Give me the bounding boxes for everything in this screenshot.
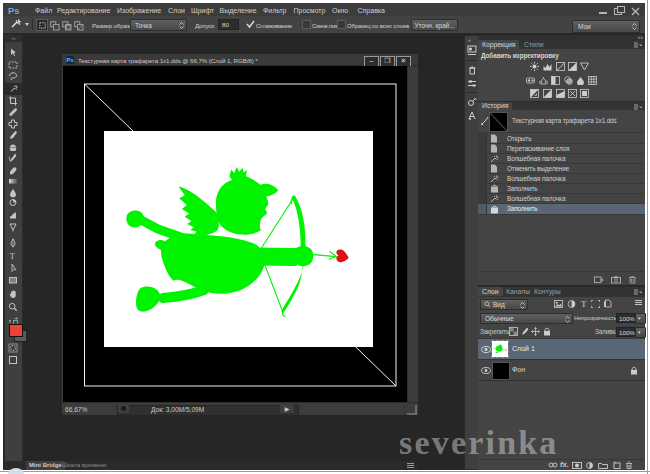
svg-text:T: T <box>581 299 587 308</box>
svg-text:T: T <box>10 250 16 260</box>
